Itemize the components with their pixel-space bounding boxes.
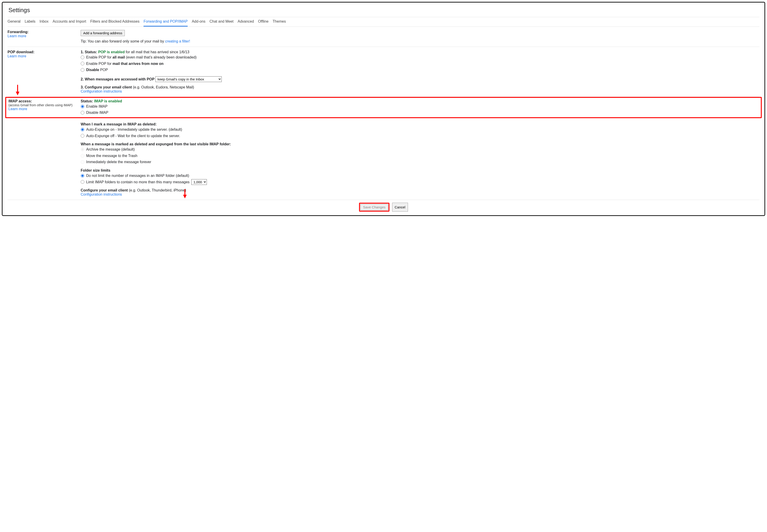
annotation-highlight-save: Save Changes: [359, 203, 389, 212]
pop-enable-all-label: Enable POP for all mail (even mail that'…: [86, 54, 197, 60]
folder-size-heading: Folder size limits: [81, 168, 759, 173]
tab-offline[interactable]: Offline: [258, 19, 269, 27]
page-title: Settings: [8, 7, 759, 17]
tab-filters-and-blocked-addresses[interactable]: Filters and Blocked Addresses: [90, 19, 139, 27]
tab-forwarding-and-pop-imap[interactable]: Forwarding and POP/IMAP: [144, 19, 188, 27]
folder-no-limit-radio[interactable]: [81, 174, 84, 178]
expunged-trash-label: Move the message to the Trash: [86, 153, 137, 159]
pop-enable-all-radio[interactable]: [81, 56, 84, 59]
imap-access-heading: IMAP access:: [8, 99, 78, 103]
settings-window: Settings GeneralLabelsInboxAccounts and …: [2, 2, 765, 216]
auto-expunge-on-radio[interactable]: [81, 128, 84, 131]
auto-expunge-off-label: Auto-Expunge off - Wait for the client t…: [86, 133, 180, 139]
creating-a-filter-link[interactable]: creating a filter!: [165, 39, 190, 43]
pop-configuration-instructions-link[interactable]: Configuration instructions: [81, 89, 122, 93]
pop-download-section: POP download: Learn more 1. Status: POP …: [8, 47, 759, 97]
expunged-archive-label: Archive the message (default): [86, 146, 135, 152]
imap-access-section: IMAP access: (access Gmail from other cl…: [8, 97, 759, 200]
tab-labels[interactable]: Labels: [25, 19, 35, 27]
tab-add-ons[interactable]: Add-ons: [192, 19, 205, 27]
imap-deleted-heading: When I mark a message in IMAP as deleted…: [81, 122, 759, 126]
forwarding-tip-text: Tip: You can also forward only some of y…: [81, 39, 165, 43]
annotation-arrowhead-save: [183, 195, 187, 198]
imap-status-value: IMAP is enabled: [94, 99, 122, 103]
add-forwarding-address-button[interactable]: Add a forwarding address: [81, 30, 125, 36]
auto-expunge-off-radio[interactable]: [81, 134, 84, 138]
settings-tabs: GeneralLabelsInboxAccounts and ImportFil…: [8, 17, 759, 27]
footer-buttons: Save Changes Cancel: [8, 200, 759, 212]
pop-status-label: 1. Status:: [81, 50, 97, 54]
expunged-delete-label: Immediately delete the message forever: [86, 159, 151, 165]
pop-status-value: POP is enabled: [98, 50, 125, 54]
imap-configure-client-label: Configure your email client: [81, 188, 128, 192]
folder-limit-label: Limit IMAP folders to contain no more th…: [86, 179, 189, 185]
pop-learn-more-link[interactable]: Learn more: [8, 54, 26, 58]
enable-imap-label: Enable IMAP: [86, 104, 107, 109]
annotation-arrow-imap: [17, 85, 18, 92]
imap-learn-more-link[interactable]: Learn more: [8, 107, 27, 111]
pop-status-suffix: for all mail that has arrived since 1/6/…: [125, 50, 189, 54]
tab-chat-and-meet[interactable]: Chat and Meet: [210, 19, 234, 27]
expunged-trash-radio: [81, 154, 84, 158]
pop-disable-radio[interactable]: [81, 68, 84, 72]
expunged-delete-radio: [81, 160, 84, 164]
disable-imap-label: Disable IMAP: [86, 110, 108, 116]
imap-configure-client-suffix: (e.g. Outlook, Thunderbird, iPhone): [128, 188, 186, 192]
enable-imap-radio[interactable]: [81, 105, 84, 108]
forwarding-heading: Forwarding:: [8, 30, 78, 34]
folder-limit-radio[interactable]: [81, 180, 84, 184]
pop-disable-label: Disable POP: [86, 67, 108, 73]
folder-no-limit-label: Do not limit the number of messages in a…: [86, 173, 189, 179]
imap-access-subtext: (access Gmail from other clients using I…: [8, 103, 78, 107]
annotation-highlight-imap: IMAP access: (access Gmail from other cl…: [5, 97, 762, 118]
expunged-archive-radio: [81, 148, 84, 151]
pop-access-action-label: 2. When messages are accessed with POP: [81, 77, 154, 81]
pop-access-action-select[interactable]: keep Gmail's copy in the Inbox: [155, 76, 222, 82]
forwarding-learn-more-link[interactable]: Learn more: [8, 34, 26, 38]
tab-themes[interactable]: Themes: [273, 19, 286, 27]
imap-status-label: Status:: [81, 99, 93, 103]
annotation-arrowhead-imap: [16, 92, 19, 95]
imap-expunged-heading: When a message is marked as deleted and …: [81, 142, 759, 146]
pop-enable-now-on-label: Enable POP for mail that arrives from no…: [86, 61, 163, 67]
folder-limit-select[interactable]: 1,000: [191, 179, 207, 185]
tab-accounts-and-import[interactable]: Accounts and Import: [53, 19, 86, 27]
tab-advanced[interactable]: Advanced: [238, 19, 254, 27]
cancel-button[interactable]: Cancel: [392, 203, 408, 212]
imap-configuration-instructions-link[interactable]: Configuration instructions: [81, 192, 122, 196]
auto-expunge-on-label: Auto-Expunge on - Immediately update the…: [86, 127, 182, 133]
disable-imap-radio[interactable]: [81, 111, 84, 114]
tab-inbox[interactable]: Inbox: [40, 19, 48, 27]
pop-configure-client-label: 3. Configure your email client: [81, 85, 132, 89]
tab-general[interactable]: General: [8, 19, 21, 27]
annotation-arrow-save: [184, 189, 185, 195]
save-changes-button[interactable]: Save Changes: [360, 204, 388, 210]
pop-enable-now-on-radio[interactable]: [81, 62, 84, 65]
pop-configure-client-suffix: (e.g. Outlook, Eudora, Netscape Mail): [132, 85, 194, 89]
forwarding-section: Forwarding: Learn more Add a forwarding …: [8, 27, 759, 47]
pop-download-heading: POP download:: [8, 50, 78, 54]
